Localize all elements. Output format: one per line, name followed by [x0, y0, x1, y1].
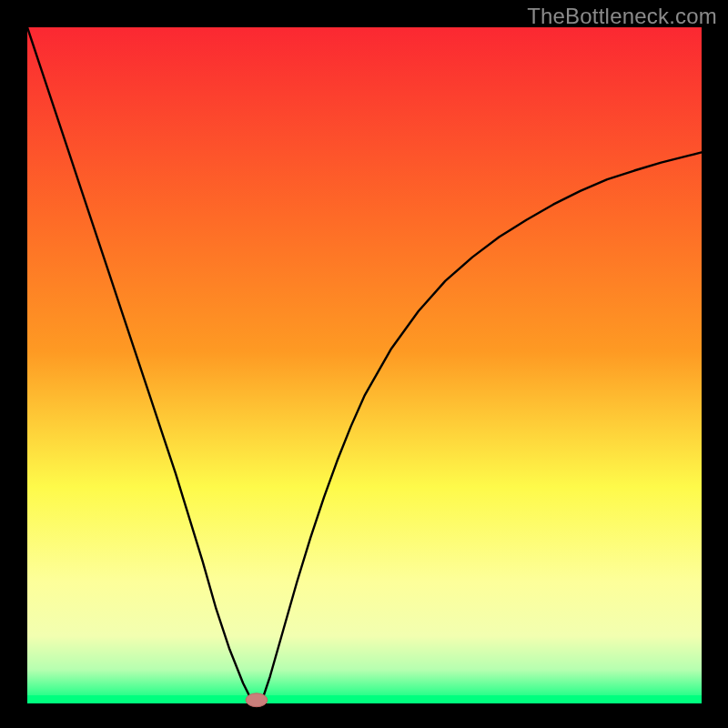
minimum-marker [246, 693, 268, 707]
bottleneck-chart [0, 0, 728, 728]
baseline-green-strip [27, 695, 702, 703]
plot-gradient-background [27, 27, 702, 703]
chart-container: TheBottleneck.com [0, 0, 728, 728]
watermark-label: TheBottleneck.com [527, 4, 717, 29]
